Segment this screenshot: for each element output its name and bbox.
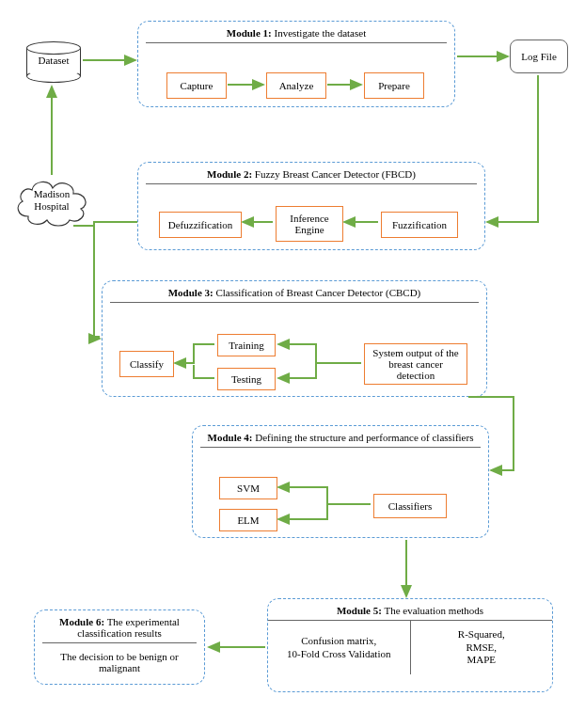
m1-capture: Capture — [166, 72, 227, 99]
m4-classifiers: Classifiers — [373, 494, 447, 518]
m2-engine: Inference Engine — [276, 206, 343, 242]
m2-fuzz: Fuzzification — [381, 212, 458, 238]
module4-title: Module 4: Defining the structure and per… — [193, 426, 488, 447]
module1-title: Module 1: Investigate the dataset — [138, 22, 454, 42]
module2-title: Module 2: Fuzzy Breast Cancer Detector (… — [138, 163, 484, 183]
cloud-label: Madison Hospital — [11, 188, 92, 212]
module-2: Module 2: Fuzzy Breast Cancer Detector (… — [137, 162, 485, 250]
module-1: Module 1: Investigate the dataset Captur… — [137, 21, 455, 107]
logfile-box: Log File — [510, 40, 568, 73]
m1-analyze: Analyze — [266, 72, 326, 99]
m4-elm: ELM — [219, 509, 277, 531]
m3-training: Training — [217, 334, 276, 356]
m1-prepare: Prepare — [364, 72, 424, 99]
m6-body: The decision to be benign or malignant — [35, 643, 204, 681]
module-4: Module 4: Defining the structure and per… — [192, 425, 489, 538]
module6-title: Module 6: The experimental classificatio… — [35, 610, 204, 642]
cloud-madison-hospital: Madison Hospital — [11, 175, 92, 228]
logfile-label: Log File — [521, 51, 557, 62]
m3-classify: Classify — [119, 351, 174, 377]
m4-svm: SVM — [219, 477, 277, 499]
m2-defuzz: Defuzzification — [159, 212, 242, 238]
module5-title: Module 5: The evaluation methods — [268, 599, 552, 620]
m5-right: R-Squared, RMSE, MAPE — [410, 620, 553, 674]
m3-testing: Testing — [217, 368, 276, 390]
module-5: Module 5: The evaluation methods Confusi… — [267, 598, 553, 692]
module3-title: Module 3: Classification of Breast Cance… — [103, 281, 486, 302]
module-6: Module 6: The experimental classificatio… — [34, 609, 205, 685]
m3-sysout: System output of the breast cancer detec… — [364, 343, 467, 385]
dataset-label: Dataset — [26, 55, 81, 66]
dataset-cylinder: Dataset — [26, 41, 81, 79]
m5-left: Confusion matrix, 10-Fold Cross Validati… — [268, 620, 410, 674]
module-3: Module 3: Classification of Breast Cance… — [102, 280, 487, 397]
